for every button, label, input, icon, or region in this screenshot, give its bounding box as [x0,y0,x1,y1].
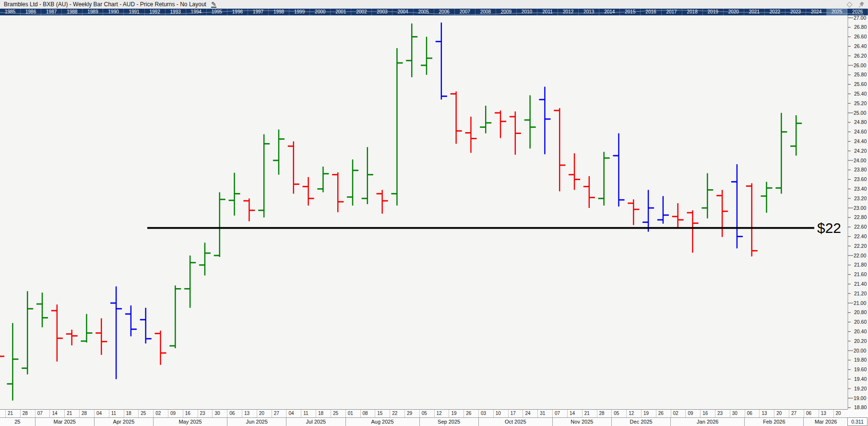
year-cell-2008[interactable]: 2008 [476,9,496,15]
price-axis-label: 27.00 [854,15,866,21]
week-cell: 13 [819,410,833,417]
year-cell-2018[interactable]: 2018 [682,9,703,15]
price-axis-label: 24.80 [854,119,867,125]
year-cell-2003[interactable]: 2003 [372,9,392,15]
week-cell-partial [0,410,5,417]
week-cell: 06 [745,410,760,417]
week-cell: 16 [183,410,198,417]
week-cell: 25 [331,410,345,417]
week-cell: 05 [419,410,434,417]
price-axis-label: 24.20 [854,148,867,154]
year-cell-2010[interactable]: 2010 [517,9,537,15]
diamond-icon[interactable] [846,1,853,8]
pencil-icon[interactable]: ✎ [211,1,216,8]
year-cell-2026[interactable]: 2026 [847,9,868,15]
week-cell: 08 [360,410,375,417]
price-axis-label: 26.40 [854,43,867,49]
year-cell-1990[interactable]: 1990 [103,9,124,15]
month-axis-row: 25Mar 2025Apr 2025May 2025Jun 2025Jul 20… [0,417,848,426]
week-cell: 04 [286,410,301,417]
week-cell: 21 [5,410,20,417]
year-cell-1986[interactable]: 1986 [21,9,41,15]
year-cell-1996[interactable]: 1996 [227,9,248,15]
week-cell: 05 [611,410,626,417]
week-cell: 09 [168,410,183,417]
year-cell-2022[interactable]: 2022 [765,9,785,15]
price-axis-label: 24.60 [854,129,867,134]
week-cell: 23 [715,410,730,417]
week-cell: 27 [789,410,804,417]
week-cell: 11 [109,410,124,417]
year-cell-1991[interactable]: 1991 [124,9,144,15]
price-axis-label: 25.20 [854,100,867,106]
year-cell-2019[interactable]: 2019 [703,9,724,15]
plot-background [0,15,868,409]
price-axis-label: 25.40 [854,91,867,97]
week-cell: 02 [671,410,686,417]
annotation-label[interactable]: $22 [817,220,841,236]
year-cell-1992[interactable]: 1992 [145,9,166,15]
week-cell: 21 [64,410,79,417]
week-cell: 17 [508,410,523,417]
pushpin-icon[interactable] [858,1,865,8]
year-cell-1995[interactable]: 1995 [207,9,227,15]
price-axis-label: 20.80 [854,309,867,315]
year-cell-2015[interactable]: 2015 [620,9,641,15]
week-cell: 30 [212,410,227,417]
year-cell-2006[interactable]: 2006 [434,9,455,15]
year-cell-2001[interactable]: 2001 [331,9,351,15]
price-axis-label: 25.60 [854,81,867,87]
year-cell-1994[interactable]: 1994 [186,9,207,15]
year-cell-2002[interactable]: 2002 [351,9,372,15]
week-cell: 06 [227,410,242,417]
week-cell: 28 [20,410,35,417]
year-cell-2023[interactable]: 2023 [785,9,806,15]
week-cell: 20 [833,410,848,417]
month-cell-mar-2025: Mar 2025 [35,418,94,426]
price-axis-label: 19.00 [854,395,866,401]
price-axis-label: 19.20 [854,386,867,391]
year-cell-2000[interactable]: 2000 [310,9,331,15]
year-cell-2020[interactable]: 2020 [724,9,744,15]
week-cell: 25 [138,410,153,417]
year-cell-2014[interactable]: 2014 [599,9,620,15]
year-cell-2005[interactable]: 2005 [414,9,434,15]
year-cell-1997[interactable]: 1997 [248,9,269,15]
year-cell-2012[interactable]: 2012 [558,9,579,15]
month-cell-jan-2026: Jan 2026 [670,418,744,426]
price-axis-label: 22.40 [854,233,867,239]
month-cell-feb-2026: Feb 2026 [744,418,803,426]
week-cell: 28 [79,410,94,417]
week-cell: 20 [774,410,789,417]
year-cell-2011[interactable]: 2011 [537,9,558,15]
price-axis-label: 26.00 [854,62,866,68]
year-navigator[interactable]: 1985198619871988198919901991199219931994… [0,9,868,15]
price-axis-label: 25.00 [854,110,866,116]
year-cell-2013[interactable]: 2013 [579,9,599,15]
year-cell-2009[interactable]: 2009 [496,9,517,15]
year-cell-2021[interactable]: 2021 [744,9,765,15]
year-cell-1998[interactable]: 1998 [269,9,289,15]
price-axis-label: 23.60 [854,176,867,182]
year-cell-1989[interactable]: 1989 [83,9,103,15]
year-cell-2016[interactable]: 2016 [641,9,661,15]
year-cell-1988[interactable]: 1988 [62,9,83,15]
price-axis-label: 19.80 [854,357,867,363]
year-cell-1999[interactable]: 1999 [289,9,310,15]
month-cell-sep-2025: Sep 2025 [419,418,478,426]
year-cell-1987[interactable]: 1987 [41,9,62,15]
year-cell-2007[interactable]: 2007 [455,9,476,15]
year-cell-1993[interactable]: 1993 [166,9,186,15]
month-cell-apr-2025: Apr 2025 [94,418,153,426]
price-axis-label: 23.20 [854,195,867,201]
year-cell-2017[interactable]: 2017 [662,9,682,15]
month-cell-aug-2025: Aug 2025 [345,418,419,426]
year-cell-2004[interactable]: 2004 [392,9,413,15]
week-cell: 06 [804,410,819,417]
year-cell-2025[interactable]: 2025 [827,9,847,15]
price-axis-label: 23.40 [854,186,867,192]
year-cell-1985[interactable]: 1985 [0,9,21,15]
week-cell: 10 [493,410,508,417]
year-cell-2024[interactable]: 2024 [806,9,827,15]
week-cell: 09 [685,410,700,417]
